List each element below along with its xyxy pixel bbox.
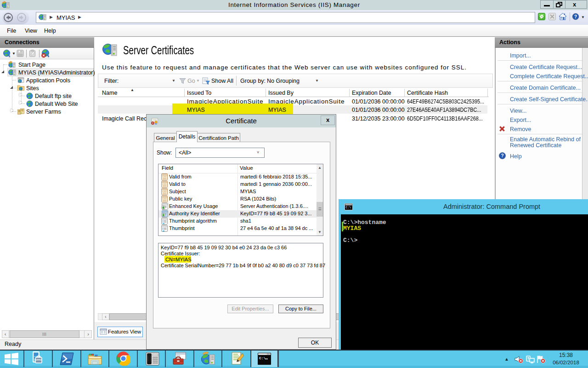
svg-text:C:\: C:\ (259, 356, 266, 360)
svg-text:?: ? (501, 153, 503, 158)
svg-text:?: ? (574, 14, 577, 19)
svg-text:C:\: C:\ (346, 206, 351, 209)
